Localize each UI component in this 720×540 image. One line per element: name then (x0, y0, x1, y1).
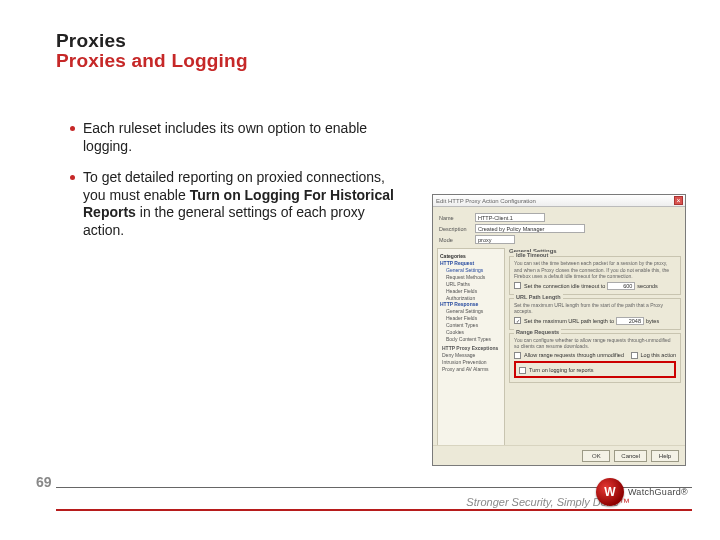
title-line-1: Proxies (56, 30, 248, 52)
bullet-item: Each ruleset includes its own option to … (70, 120, 400, 155)
url-length-value[interactable]: 2048 (616, 317, 644, 325)
logo: W WatchGuard® (596, 478, 688, 506)
categories-label: Categories (440, 253, 502, 259)
tree-item[interactable]: Header Fields (446, 314, 502, 321)
tree-item[interactable]: Proxy and AV Alarms (442, 365, 502, 372)
tree-item[interactable]: URL Paths (446, 280, 502, 287)
help-button[interactable]: Help (651, 450, 679, 462)
mode-select[interactable]: proxy (475, 235, 515, 244)
tree-item[interactable]: Deny Message (442, 351, 502, 358)
url-length-fieldset: URL Path Length Set the maximum URL leng… (509, 298, 681, 330)
name-label: Name (439, 215, 475, 221)
checkbox-label: Log this action (641, 352, 676, 358)
dialog-titlebar[interactable]: Edit HTTP Proxy Action Configuration × (433, 195, 685, 207)
description-label: Description (439, 226, 475, 232)
tree-item[interactable]: Request Methods (446, 273, 502, 280)
bullet-text: To get detailed reporting on proxied con… (83, 169, 400, 239)
logo-icon: W (596, 478, 624, 506)
idle-timeout-fieldset: Idle Timeout You can set the time betwee… (509, 256, 681, 295)
mode-label: Mode (439, 237, 475, 243)
proxy-config-dialog: Edit HTTP Proxy Action Configuration × N… (432, 194, 686, 466)
tree-item[interactable]: Intrusion Prevention (442, 358, 502, 365)
checkbox-label: Set the maximum URL path length to (524, 318, 614, 324)
url-length-checkbox[interactable]: ✓ (514, 317, 521, 324)
page-number: 69 (36, 474, 52, 490)
idle-timeout-value[interactable]: 600 (607, 282, 635, 290)
category-tree[interactable]: Categories HTTP Request General Settings… (437, 248, 505, 452)
fieldset-desc: Set the maximum URL length from the star… (514, 302, 676, 315)
checkbox-label: Allow range requests through unmodified (524, 352, 624, 358)
idle-timeout-checkbox[interactable] (514, 282, 521, 289)
unit-label: seconds (637, 283, 658, 289)
fieldset-legend: Idle Timeout (514, 252, 550, 258)
ok-button[interactable]: OK (582, 450, 610, 462)
tree-item[interactable]: Content Types (446, 321, 502, 328)
title-block: Proxies Proxies and Logging (56, 30, 248, 72)
bullet-text: Each ruleset includes its own option to … (83, 120, 400, 155)
dialog-buttons: OK Cancel Help (433, 445, 685, 465)
fieldset-legend: URL Path Length (514, 294, 563, 300)
range-allow-checkbox[interactable] (514, 352, 521, 359)
bullet-list: Each ruleset includes its own option to … (70, 120, 400, 253)
name-field[interactable]: HTTP-Client.1 (475, 213, 545, 222)
tree-item[interactable]: Header Fields (446, 287, 502, 294)
close-icon[interactable]: × (674, 196, 683, 205)
dialog-main: Categories HTTP Request General Settings… (433, 248, 685, 452)
tree-item[interactable]: Authorization (446, 294, 502, 301)
unit-label: bytes (646, 318, 659, 324)
logo-text: WatchGuard® (628, 487, 688, 497)
description-field[interactable]: Created by Policy Manager (475, 224, 585, 233)
logging-reports-checkbox[interactable] (519, 367, 526, 374)
bullet-item: To get detailed reporting on proxied con… (70, 169, 400, 239)
log-action-checkbox[interactable] (631, 352, 638, 359)
tree-item[interactable]: Cookies (446, 328, 502, 335)
bullet-icon (70, 126, 75, 131)
fieldset-desc: You can configure whether to allow range… (514, 337, 676, 350)
range-requests-fieldset: Range Requests You can configure whether… (509, 333, 681, 383)
dialog-title: Edit HTTP Proxy Action Configuration (436, 198, 536, 204)
title-line-2: Proxies and Logging (56, 50, 248, 72)
fieldset-legend: Range Requests (514, 329, 561, 335)
dialog-top-fields: Name HTTP-Client.1 Description Created b… (433, 207, 685, 248)
fieldset-desc: You can set the time between each packet… (514, 260, 676, 280)
cancel-button[interactable]: Cancel (614, 450, 647, 462)
checkbox-label: Set the connection idle timeout to (524, 283, 605, 289)
tree-item[interactable]: Body Content Types (446, 335, 502, 342)
checkbox-label: Turn on logging for reports (529, 367, 594, 373)
bullet-icon (70, 175, 75, 180)
tree-item[interactable]: General Settings (446, 307, 502, 314)
tree-item[interactable]: HTTP Proxy Exceptions (442, 344, 502, 351)
settings-panel: General Settings Idle Timeout You can se… (509, 248, 681, 452)
logging-highlight-box: Turn on logging for reports (514, 361, 676, 378)
tree-item[interactable]: General Settings (446, 266, 502, 273)
slide: Proxies Proxies and Logging Each ruleset… (0, 0, 720, 540)
accent-line (56, 509, 692, 511)
